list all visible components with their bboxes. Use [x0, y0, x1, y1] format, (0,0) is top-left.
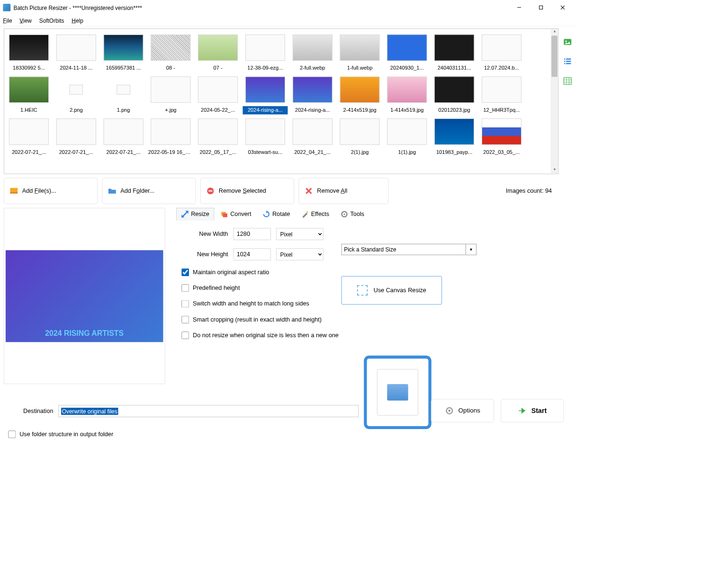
thumbnail-image: [151, 118, 190, 145]
tools-icon: [341, 210, 348, 218]
folder-structure-checkbox[interactable]: [8, 430, 16, 438]
view-list-button[interactable]: [562, 56, 573, 67]
height-unit-select[interactable]: Pixel: [276, 248, 324, 260]
tab-resize[interactable]: Resize: [176, 208, 214, 221]
thumbnail-item[interactable]: 2022-05-19 16_05_50: [147, 115, 194, 156]
thumbnail-item[interactable]: 12-38-09-ezg...: [242, 31, 288, 72]
new-width-input[interactable]: [234, 228, 271, 240]
thumbnail-item[interactable]: 2022_05_17_...: [195, 115, 241, 156]
width-unit-select[interactable]: Pixel: [276, 228, 324, 240]
standard-size-input[interactable]: [342, 244, 466, 255]
add-files-icon: [9, 187, 18, 196]
thumbnail-item[interactable]: 1-414x519.jpg: [384, 73, 430, 114]
options-button[interactable]: Options: [431, 399, 494, 422]
add-folder-label: Add Folder...: [120, 188, 154, 194]
thumbnail-item[interactable]: 02012023.jpg: [431, 73, 477, 114]
thumbnail-item[interactable]: 20240930_1...: [384, 31, 430, 72]
thumbnail-item[interactable]: 08 -: [147, 31, 194, 72]
standard-size-combo[interactable]: ▾: [342, 244, 476, 255]
thumbnail-item[interactable]: 1(1).jpg: [384, 115, 430, 156]
svg-rect-5: [10, 192, 18, 193]
thumbnail-item[interactable]: 12_HHR3Tpq...: [478, 73, 525, 114]
tab-rotate[interactable]: Rotate: [258, 208, 295, 221]
thumbnail-item[interactable]: 2-414x519.jpg: [336, 73, 383, 114]
menu-file[interactable]: File: [3, 17, 12, 23]
smart-cropping-checkbox[interactable]: [181, 316, 189, 323]
thumbnail-item[interactable]: 2022-07-21_...: [100, 115, 146, 156]
menu-view[interactable]: View: [19, 17, 32, 23]
new-height-input[interactable]: [234, 248, 271, 260]
thumbnail-item[interactable]: 1.HEIC: [6, 73, 52, 114]
thumbnail-image: [245, 76, 285, 103]
add-files-button[interactable]: Add File(s)...: [4, 178, 98, 204]
thumbnail-label: 2-full.webp: [290, 64, 335, 72]
thumbnail-item[interactable]: 101983_payp...: [431, 115, 477, 156]
new-width-label: New Width: [180, 231, 228, 237]
tab-effects[interactable]: Effects: [297, 208, 334, 221]
thumbnail-scrollbar[interactable]: ▴ ▾: [551, 29, 558, 174]
thumbnail-image: [198, 35, 238, 61]
thumbnail-grid[interactable]: 18330992 5...2024-11-18 ...1659957381 ..…: [4, 29, 551, 174]
add-folder-button[interactable]: Add Folder...: [102, 178, 196, 204]
thumbnail-item[interactable]: 1-full.webp: [336, 31, 383, 72]
thumbnail-image: [151, 76, 190, 103]
thumbnail-item[interactable]: 2024-rising-a...: [289, 73, 336, 114]
switch-wh-checkbox[interactable]: [181, 300, 189, 308]
thumbnail-item[interactable]: 2024-05-22_...: [195, 73, 241, 114]
add-files-label: Add File(s)...: [22, 188, 56, 194]
folder-structure-row: Use folder structure in output folder: [8, 430, 113, 438]
menu-softorbits[interactable]: SoftOrbits: [39, 17, 64, 23]
svg-rect-22: [566, 63, 571, 64]
close-button[interactable]: [552, 0, 574, 15]
thumbnail-item[interactable]: 2022_04_21_...: [289, 115, 336, 156]
scroll-up-icon[interactable]: ▴: [551, 29, 558, 36]
tab-convert[interactable]: Convert: [216, 208, 256, 221]
view-thumbnails-button[interactable]: [562, 37, 573, 47]
thumbnail-item[interactable]: 2404031131...: [431, 31, 477, 72]
thumbnail-label: 101983_payp...: [432, 148, 477, 156]
svg-rect-20: [566, 61, 571, 62]
view-table-button[interactable]: [562, 76, 573, 86]
scroll-down-icon[interactable]: ▾: [551, 167, 558, 173]
menu-help[interactable]: Help: [72, 17, 83, 23]
minimize-button[interactable]: [508, 0, 530, 15]
predefined-height-checkbox[interactable]: [181, 284, 189, 292]
thumbnail-item[interactable]: 07 -: [195, 31, 241, 72]
scroll-handle[interactable]: [551, 36, 557, 77]
thumbnail-item[interactable]: 18330992 5...: [6, 31, 52, 72]
thumbnail-item[interactable]: 2022_03_05_...: [478, 115, 525, 156]
thumbnail-item[interactable]: 1.png: [100, 73, 146, 114]
canvas-resize-button[interactable]: Use Canvas Resize: [342, 276, 442, 305]
thumbnail-item[interactable]: 2024-11-18 ...: [53, 31, 99, 72]
thumbnail-item[interactable]: 03stewart-su...: [242, 115, 288, 156]
start-button[interactable]: Start: [501, 399, 564, 422]
thumbnail-label: 2022-07-21_...: [101, 148, 146, 156]
start-icon: [518, 406, 527, 415]
destination-field[interactable]: Overwrite original files: [59, 405, 359, 417]
thumbnail-item[interactable]: 1659957381 ...: [100, 31, 146, 72]
thumbnail-item[interactable]: 2024-rising-a...: [242, 73, 288, 114]
no-resize-smaller-checkbox[interactable]: [181, 332, 189, 339]
thumbnail-item[interactable]: 2(1).jpg: [336, 115, 383, 156]
thumbnail-image: [482, 35, 521, 61]
standard-size-dropdown[interactable]: ▾: [466, 244, 476, 255]
tab-tools[interactable]: Tools: [336, 208, 369, 221]
destination-value: Overwrite original files: [61, 408, 118, 415]
remove-all-button[interactable]: Remove All: [298, 178, 388, 204]
maximize-button[interactable]: [530, 0, 552, 15]
thumbnail-label: 2022_05_17_...: [196, 148, 241, 156]
thumbnail-item[interactable]: 2.png: [53, 73, 99, 114]
thumbnail-item[interactable]: 12.07.2024.b...: [478, 31, 525, 72]
remove-selected-button[interactable]: Remove Selected: [200, 178, 294, 204]
thumbnail-item[interactable]: 2022-07-21_...: [6, 115, 52, 156]
thumbnail-item[interactable]: 2-full.webp: [289, 31, 336, 72]
thumbnail-image: [434, 76, 474, 103]
maintain-ratio-checkbox[interactable]: [181, 269, 189, 276]
thumbnail-label: 1659957381 ...: [101, 64, 146, 72]
thumbnail-image: [434, 118, 474, 145]
thumbnail-image: [9, 76, 49, 103]
thumbnail-image: [56, 118, 96, 145]
thumbnail-item[interactable]: +.jpg: [147, 73, 194, 114]
thumbnail-item[interactable]: 2022-07-21_...: [53, 115, 99, 156]
svg-point-12: [306, 211, 308, 213]
